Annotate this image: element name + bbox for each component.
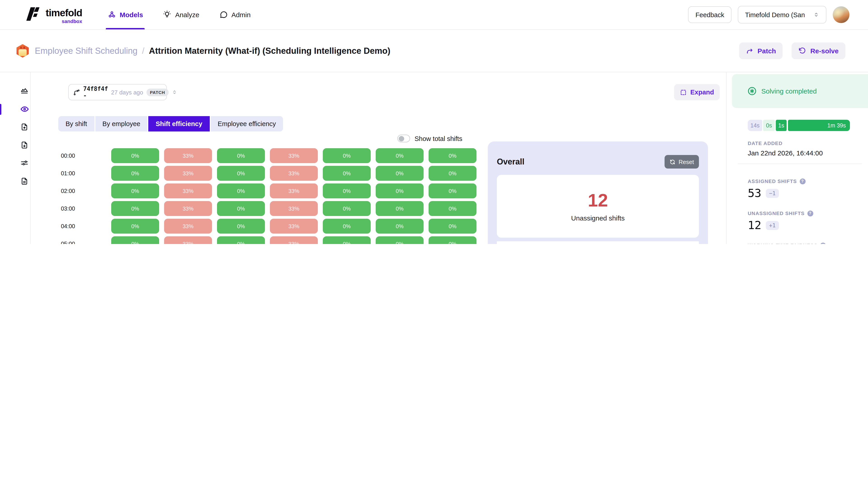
efficiency-cell[interactable]: 33% [270,184,318,198]
efficiency-cell[interactable]: 0% [376,236,424,244]
view-eye-icon[interactable] [20,105,29,113]
efficiency-cell[interactable]: 0% [217,166,265,181]
efficiency-cell[interactable]: 0% [376,184,424,198]
efficiency-cell[interactable]: 33% [164,219,212,234]
efficiency-cell[interactable]: 0% [323,166,371,181]
toggle-label: Show total shifts [414,135,462,142]
patch-button[interactable]: Patch [739,42,783,59]
status-sidebar: Solving completed 14s0s1s1m 39s DATE ADD… [726,72,868,244]
brand-logo[interactable]: timefold sandbox [24,6,82,24]
efficiency-cell[interactable]: 0% [429,219,476,234]
help-icon[interactable]: ? [807,210,813,216]
efficiency-cell[interactable]: 0% [217,219,265,234]
efficiency-cell[interactable]: 0% [111,166,159,181]
solving-status-banner: Solving completed [732,74,868,108]
metric-block: ASSIGNED SHIFTS ?53−1 [748,178,862,199]
help-icon[interactable]: ? [800,178,805,184]
efficiency-cell[interactable]: 0% [376,219,424,234]
breadcrumb-parent[interactable]: Employee Shift Scheduling [35,46,137,56]
primary-nav: Models Analyze Admin [107,0,251,29]
efficiency-cell[interactable]: 33% [270,166,318,181]
efficiency-cell[interactable]: 0% [217,236,265,244]
efficiency-cell[interactable]: 0% [429,184,476,198]
nav-item-admin[interactable]: Admin [219,0,251,29]
efficiency-cell[interactable]: 33% [164,201,212,216]
nav-item-models[interactable]: Models [107,0,143,29]
expand-icon [680,89,687,96]
file-upload-icon[interactable] [20,123,29,131]
efficiency-cell[interactable]: 0% [111,148,159,163]
chevron-up-down-icon [813,12,819,18]
user-avatar[interactable] [833,6,849,23]
help-icon[interactable]: ? [820,242,826,244]
left-rail [0,72,31,244]
grid-hour-label: 03:00 [31,205,75,212]
unassigned-label: Unassigned shifts [571,214,625,222]
efficiency-cell[interactable]: 33% [270,219,318,234]
tab-by-shift[interactable]: By shift [58,116,94,131]
efficiency-cell[interactable]: 33% [164,148,212,163]
efficiency-cell[interactable]: 0% [323,201,371,216]
file-text-icon[interactable] [20,177,29,185]
metric-label: WORKING TIME FAIRNESS ? [748,242,861,244]
efficiency-cell[interactable]: 0% [323,219,371,234]
expand-button[interactable]: Expand [674,84,720,100]
efficiency-cell[interactable]: 0% [217,184,265,198]
brand-subtitle: sandbox [62,18,82,24]
version-select[interactable]: 74f8f4f - 27 days ago PATCH [68,84,167,100]
workspace-select[interactable]: Timefold Demo (San [738,6,827,24]
efficiency-cell[interactable]: 33% [270,148,318,163]
efficiency-cell[interactable]: 0% [429,201,476,216]
efficiency-cell[interactable]: 33% [270,201,318,216]
grid-row: 04:000%33%0%33%0%0%0% [31,219,476,234]
nav-label: Models [120,11,143,19]
tab-by-employee[interactable]: By employee [95,116,148,131]
show-total-shifts-toggle[interactable] [397,135,410,142]
page-title: Attrition Maternity (What-if) (Schedulin… [149,46,391,56]
overall-panel: Overall Reset 12 Unassigned shifts [488,141,708,244]
timeline-segment: 14s [748,120,762,131]
efficiency-grid: 00:000%33%0%33%0%0%0%01:000%33%0%33%0%0%… [31,148,476,244]
timefold-logo-icon [24,6,41,22]
efficiency-cell[interactable]: 33% [164,166,212,181]
nav-item-analyze[interactable]: Analyze [163,0,199,29]
feedback-button[interactable]: Feedback [688,6,732,23]
tab-employee-efficiency[interactable]: Employee efficiency [211,116,283,131]
reset-icon [670,159,675,165]
models-icon [107,10,116,19]
resolve-button[interactable]: Re-solve [792,42,845,59]
efficiency-cell[interactable]: 0% [111,236,159,244]
settings-sliders-icon[interactable] [20,159,29,167]
efficiency-cell[interactable]: 0% [111,201,159,216]
efficiency-cell[interactable]: 0% [217,148,265,163]
efficiency-cell[interactable]: 0% [323,184,371,198]
header-actions: Patch Re-solve [739,42,845,59]
efficiency-cell[interactable]: 33% [164,236,212,244]
efficiency-cell[interactable]: 0% [323,236,371,244]
efficiency-cell[interactable]: 0% [323,148,371,163]
solve-timeline: 14s0s1s1m 39s [748,120,850,131]
efficiency-cell[interactable]: 0% [217,201,265,216]
active-rail-indicator [0,104,1,115]
efficiency-cell[interactable]: 0% [111,219,159,234]
chevron-up-down-icon [172,90,177,95]
efficiency-cell[interactable]: 0% [429,166,476,181]
overview-chart-icon[interactable] [20,86,29,94]
efficiency-cell[interactable]: 0% [429,148,476,163]
show-total-shifts-row: Show total shifts [397,135,462,142]
content-area: 74f8f4f - 27 days ago PATCH Expand [0,72,868,244]
efficiency-cell[interactable]: 0% [429,236,476,244]
reset-button[interactable]: Reset [664,155,699,168]
efficiency-cell[interactable]: 33% [164,184,212,198]
efficiency-cell[interactable]: 0% [376,166,424,181]
file-download-icon[interactable] [20,141,29,149]
metric-block: WORKING TIME FAIRNESS ?98.21%+0.07% [748,242,862,244]
efficiency-cell[interactable]: 0% [376,148,424,163]
date-added-value: Jan 22nd 2026, 16:44:00 [748,149,823,157]
tab-shift-efficiency[interactable]: Shift efficiency [149,116,210,131]
efficiency-cell[interactable]: 0% [111,184,159,198]
solving-status-text: Solving completed [761,87,817,95]
efficiency-cell[interactable]: 33% [270,236,318,244]
metric-value-row: 53−1 [748,188,862,199]
efficiency-cell[interactable]: 0% [376,201,424,216]
